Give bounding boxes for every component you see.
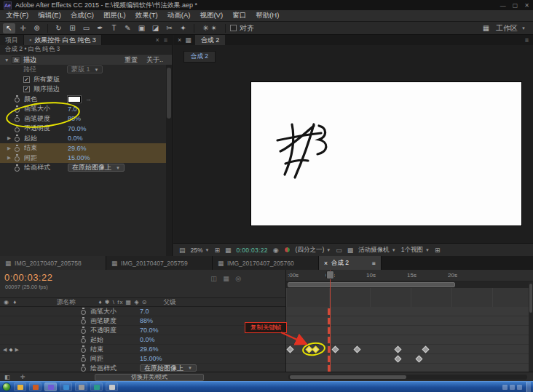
close-button[interactable]: ✕ [524, 2, 529, 9]
minimize-button[interactable]: — [500, 2, 506, 9]
stopwatch-icon[interactable] [80, 355, 87, 362]
tab-close-icon[interactable]: × [324, 260, 328, 267]
timeline-timecode[interactable]: 0:00:03:22 [4, 272, 52, 283]
magnification-select[interactable]: 25%▼ [191, 247, 210, 254]
orbit-camera-tool-icon[interactable]: ↻ [52, 23, 65, 33]
toggle-switches-modes-button[interactable]: 切换开关/模式 [95, 374, 204, 381]
menu-item-composition[interactable]: 合成(C) [71, 11, 94, 20]
start-button[interactable] [2, 383, 11, 391]
grid-guides-icon[interactable]: ⊞ [214, 247, 220, 254]
timeline-vertical-scrollbar[interactable] [529, 281, 533, 372]
property-value[interactable]: 0.0% [140, 336, 155, 343]
column-parent[interactable]: 父级 [163, 298, 175, 307]
clone-stamp-tool-icon[interactable]: ▣ [135, 23, 148, 33]
channel-icon[interactable] [284, 247, 291, 253]
workspace-button[interactable]: 工作区 [496, 23, 518, 33]
resolution-select[interactable]: (四分之一)▼ [296, 246, 331, 255]
timeline-row-end[interactable]: ◀ ◆ ▶ 结束 29.6% [0, 345, 285, 354]
stopwatch-icon[interactable] [14, 125, 20, 132]
camera-select[interactable]: 活动摄像机▼ [358, 246, 395, 255]
param-value[interactable]: 15.00% [68, 154, 90, 161]
timeline-row-brush-size[interactable]: 画笔大小 7.0 [0, 307, 285, 316]
roi-icon[interactable]: ▭ [336, 247, 342, 254]
stopwatch-icon[interactable] [14, 164, 20, 172]
viewer-timecode[interactable]: 0:00:03:22 [237, 247, 268, 254]
composition-canvas[interactable] [251, 82, 521, 225]
axis-mode-icons[interactable]: ✳ ✴ [199, 23, 221, 33]
zoom-tool-icon[interactable]: ⊕ [31, 23, 43, 33]
property-value[interactable]: 70.0% [140, 327, 159, 334]
maximize-button[interactable]: ▢ [513, 2, 518, 9]
timeline-row-brush-hardness[interactable]: 画笔硬度 88% [0, 316, 285, 326]
eraser-tool-icon[interactable]: ◪ [149, 23, 162, 33]
param-value[interactable]: 0.0% [68, 135, 83, 142]
stopwatch-icon[interactable] [80, 317, 87, 324]
timeline-header-icons[interactable]: ◫ ▦ ◎ [210, 275, 243, 282]
menu-item-layer[interactable]: 图层(L) [103, 11, 126, 20]
menu-item-view[interactable]: 视图(V) [200, 11, 223, 20]
all-masks-checkbox[interactable]: ✓ [23, 76, 30, 83]
about-link[interactable]: 关于.. [146, 55, 163, 65]
pixel-aspect-icon[interactable]: ⊞ [435, 247, 441, 254]
taskbar-item[interactable] [29, 383, 42, 391]
taskbar-item[interactable] [106, 383, 118, 391]
menu-item-animation[interactable]: 动画(A) [167, 11, 191, 20]
property-value[interactable]: 88% [140, 317, 153, 324]
expander-icon[interactable]: ▶ [7, 145, 14, 151]
stopwatch-icon[interactable] [14, 115, 20, 122]
keyframe-navigator[interactable]: ◀ ◆ ▶ [3, 345, 19, 354]
tab-project[interactable]: 项目 [0, 35, 24, 45]
eyedropper-icon[interactable]: → [85, 95, 92, 103]
timeline-row-opacity[interactable]: 不透明度 70.0% [0, 326, 285, 335]
tab-footage-205760[interactable]: ▦ IMG_20170407_205760 [213, 256, 319, 270]
transparency-grid-icon[interactable]: ▩ [347, 247, 354, 254]
menu-item-file[interactable]: 文件(F) [6, 11, 28, 20]
stroke-sequentially-checkbox[interactable]: ✓ [23, 86, 30, 92]
timeline-row-paint-style[interactable]: 绘画样式 在原始图像上 ▼ [0, 364, 285, 372]
tab-effect-controls[interactable]: ▪ 效果控件 白色 纯色 3 [24, 35, 102, 45]
param-value[interactable]: 7.0 [68, 105, 77, 113]
hand-tool-icon[interactable]: ✛ [17, 23, 29, 33]
property-value[interactable]: 7.0 [140, 308, 149, 315]
stopwatch-icon[interactable] [14, 95, 20, 103]
stopwatch-icon[interactable] [14, 105, 20, 113]
work-area-bar[interactable] [288, 282, 455, 287]
param-value[interactable]: 29.6% [68, 145, 87, 152]
bottom-bar-icons[interactable]: ◧ ✛ [0, 374, 29, 380]
time-ruler[interactable]: :00s 05s 10s 15s 20s [286, 270, 533, 281]
snapshot-icon[interactable]: ◉ [273, 247, 279, 254]
add-keyframe-icon[interactable]: ◆ [9, 347, 12, 353]
property-value[interactable]: 15.00% [140, 355, 162, 362]
viewer-close-icon[interactable]: × [178, 36, 181, 44]
view-layout-select[interactable]: 1个视图▼ [401, 246, 430, 255]
taskbar-item[interactable] [60, 383, 72, 391]
stopwatch-icon[interactable] [14, 154, 20, 161]
expander-icon[interactable]: ▶ [7, 155, 14, 161]
brush-tool-icon[interactable]: ✎ [122, 23, 134, 33]
param-value[interactable]: 70.0% [68, 125, 87, 132]
cti-handle[interactable] [326, 271, 334, 279]
snap-checkbox[interactable] [230, 25, 237, 31]
tab-footage-205759[interactable]: ▦ IMG_20170407_205759 [106, 256, 213, 270]
effect-header-row[interactable]: ▼ fx 描边 重置 关于.. [0, 55, 172, 65]
stopwatch-icon[interactable] [14, 145, 20, 152]
selection-tool-icon[interactable]: ↖ [3, 23, 15, 33]
timeline-row-spacing[interactable]: 间距 15.00% [0, 354, 285, 364]
taskbar-item-after-effects[interactable] [44, 383, 57, 391]
path-dropdown[interactable]: 蒙版 1 ▼ [67, 65, 103, 73]
mask-shape-tool-icon[interactable]: ▭ [80, 23, 92, 33]
viewer-panel-menu-icon[interactable]: ≡ [525, 36, 529, 44]
timeline-row-start[interactable]: 起始 0.0% [0, 335, 285, 345]
comp-navigator-chip[interactable]: 合成 2 [183, 51, 216, 63]
show-desktop-button[interactable] [526, 382, 531, 392]
color-swatch[interactable] [68, 96, 81, 103]
stopwatch-icon[interactable] [80, 336, 87, 343]
menu-item-effect[interactable]: 效果(T) [135, 11, 158, 20]
param-value[interactable]: 88% [68, 115, 81, 122]
timeline-horizontal-scrollbar[interactable] [288, 375, 527, 380]
stopwatch-icon[interactable] [80, 364, 87, 372]
reset-link[interactable]: 重置 [125, 55, 138, 65]
tray-icon[interactable] [510, 385, 515, 390]
expander-icon[interactable]: ▶ [7, 135, 14, 141]
stopwatch-icon[interactable] [14, 135, 20, 142]
